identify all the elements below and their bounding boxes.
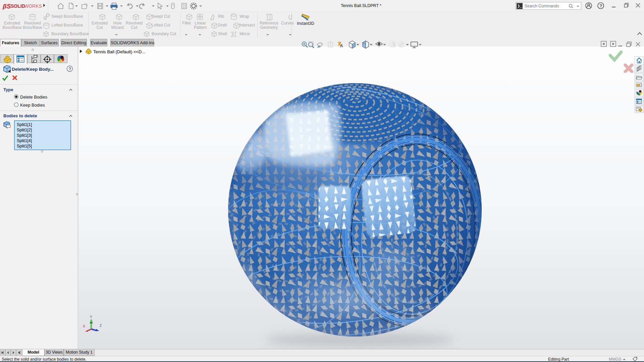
svg-text:Z: Z xyxy=(100,324,102,327)
svg-text:βS: βS xyxy=(3,3,11,10)
svg-text:WORKS: WORKS xyxy=(24,3,42,9)
svg-text:Y: Y xyxy=(90,315,92,319)
svg-text:?: ? xyxy=(69,66,71,71)
svg-text:?: ? xyxy=(600,3,602,8)
svg-text:A: A xyxy=(340,44,343,48)
svg-text:X: X xyxy=(83,324,85,328)
svg-text:SOLID: SOLID xyxy=(11,3,25,9)
